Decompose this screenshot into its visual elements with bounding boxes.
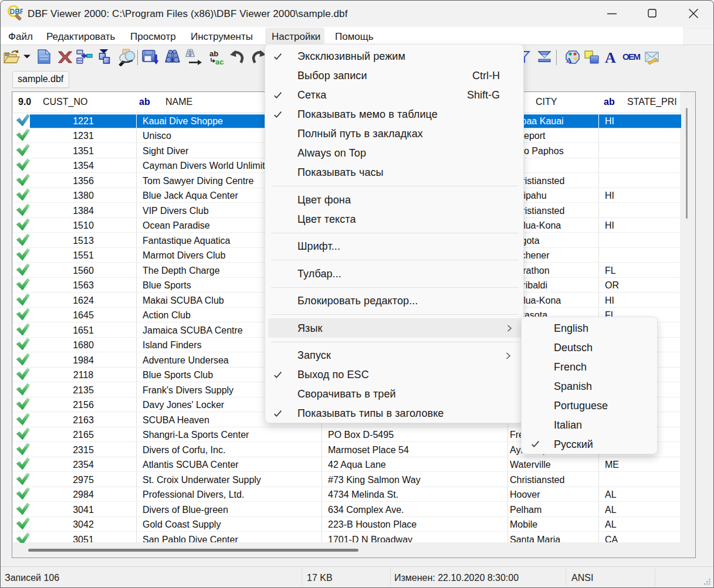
svg-text:ab: ab [209,49,218,58]
svg-text:A: A [605,49,616,66]
svg-text:DBF: DBF [10,8,23,16]
svg-text:ac: ac [215,57,224,66]
svg-text:A: A [566,56,572,64]
svg-text:OEM: OEM [622,52,641,62]
